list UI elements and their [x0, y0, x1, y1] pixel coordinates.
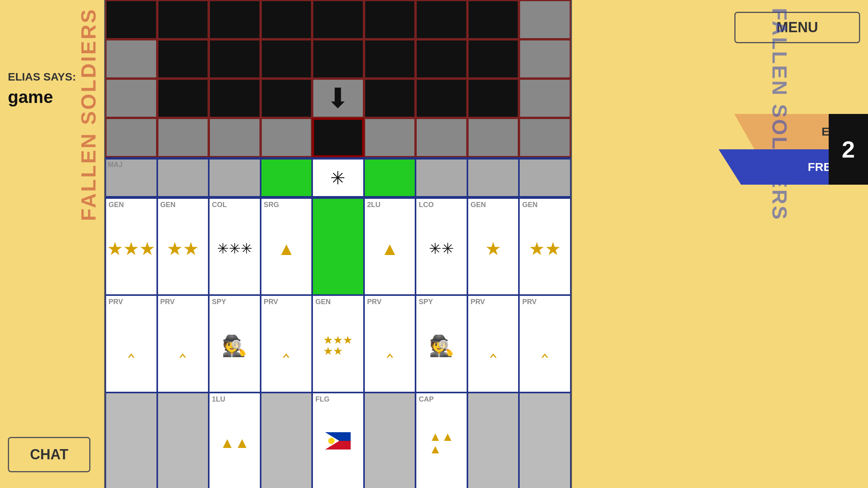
- neutral-cell-green[interactable]: [364, 159, 416, 197]
- enemy-cell: [105, 118, 157, 157]
- piece-prv1[interactable]: PRV ‸: [105, 295, 157, 392]
- enemy-cell: [312, 0, 364, 39]
- neutral-cell: [157, 159, 209, 197]
- enemy-cell: [364, 118, 416, 157]
- piece-2lu[interactable]: 2LU ▲: [364, 198, 416, 295]
- enemy-cell: [157, 39, 209, 79]
- score-number: 2: [829, 114, 868, 185]
- enemy-cell: [209, 118, 261, 157]
- neutral-cell: [519, 159, 571, 197]
- piece-gen1star[interactable]: GEN ★: [467, 198, 519, 295]
- piece-gen2star-2[interactable]: GEN ★★: [519, 198, 571, 295]
- enemy-cell: [157, 79, 209, 118]
- piece-gray3: [261, 393, 313, 488]
- right-panel: MENU ELIAS FREDDY 2 FALLEN SOLDIERS: [572, 0, 868, 488]
- fallen-soldiers-right-label: FALLEN SOLDIERS: [768, 8, 791, 221]
- piece-green[interactable]: [312, 198, 364, 295]
- fallen-soldiers-left-label: FALLEN SOLDIERS: [77, 8, 100, 221]
- piece-maj[interactable]: MAJ ✳: [312, 159, 364, 197]
- piece-srg[interactable]: SRG ▲: [261, 198, 313, 295]
- chat-button[interactable]: CHAT: [8, 437, 90, 472]
- neutral-cell: [209, 159, 261, 197]
- neutral-row: MAJ ✳: [105, 159, 571, 198]
- enemy-cell: [364, 79, 416, 118]
- enemy-zone: ⬇: [105, 0, 571, 157]
- enemy-cell: [261, 118, 313, 157]
- enemy-cell: [157, 118, 209, 157]
- enemy-cell: [105, 79, 157, 118]
- philippine-flag-icon: [325, 432, 351, 449]
- enemy-cell: [209, 79, 261, 118]
- enemy-cell: [261, 0, 313, 39]
- piece-gen2star[interactable]: GEN ★★: [157, 198, 209, 295]
- enemy-cell: [157, 0, 209, 39]
- elias-says-label: ELIAS SAYS:: [8, 71, 76, 83]
- piece-gray2: [157, 393, 209, 488]
- piece-flg[interactable]: FLG: [312, 393, 364, 488]
- piece-prv6[interactable]: PRV ‸: [519, 295, 571, 392]
- enemy-cell: [467, 0, 519, 39]
- elias-message: game: [8, 87, 76, 107]
- piece-gray5: [467, 393, 519, 488]
- enemy-cell: [209, 39, 261, 79]
- game-board: ⬇ MAJ ✳: [104, 0, 572, 488]
- enemy-cell: [519, 79, 571, 118]
- enemy-cell: [416, 118, 467, 157]
- enemy-cell: [416, 79, 467, 118]
- piece-prv3[interactable]: PRV ‸: [261, 295, 313, 392]
- enemy-cell: [364, 39, 416, 79]
- enemy-cell: [261, 79, 313, 118]
- piece-prv4[interactable]: PRV ‸: [364, 295, 416, 392]
- enemy-cell: [467, 118, 519, 157]
- down-arrow-icon: ⬇: [326, 82, 349, 114]
- menu-button[interactable]: MENU: [734, 12, 860, 43]
- piece-gray6: [519, 393, 571, 488]
- enemy-cell: [105, 39, 157, 79]
- enemy-cell: [519, 39, 571, 79]
- piece-spy1[interactable]: SPY 🕵: [209, 295, 261, 392]
- target-cell[interactable]: [312, 118, 364, 157]
- piece-gen5star[interactable]: GEN ★★★★★: [312, 295, 364, 392]
- piece-lco[interactable]: LCO ✳✳: [416, 198, 467, 295]
- neutral-cell: [467, 159, 519, 197]
- piece-1lu[interactable]: 1LU ▲▲: [209, 393, 261, 488]
- piece-gen3star[interactable]: GEN ★★★: [105, 198, 157, 295]
- enemy-cell: [467, 39, 519, 79]
- piece-prv2[interactable]: PRV ‸: [157, 295, 209, 392]
- enemy-cell: [416, 0, 467, 39]
- piece-prv5[interactable]: PRV ‸: [467, 295, 519, 392]
- enemy-cell: [209, 0, 261, 39]
- enemy-cell: [519, 118, 571, 157]
- pieces-area: GEN ★★★ GEN ★★ COL ✳✳✳ SRG ▲ 2LU ▲ L: [105, 198, 571, 488]
- piece-spy2[interactable]: SPY 🕵: [416, 295, 467, 392]
- player-zone: MAJ ✳ GEN ★★★ GEN ★★ COL ✳✳✳: [105, 157, 571, 488]
- enemy-cell: [261, 39, 313, 79]
- enemy-cell: [467, 79, 519, 118]
- left-panel: FALLEN SOLDIERS ELIAS SAYS: game CHAT: [0, 0, 104, 488]
- piece-cap[interactable]: CAP ▲▲▲: [416, 393, 467, 488]
- chat-section: ELIAS SAYS: game: [8, 71, 76, 107]
- neutral-cell-green[interactable]: [261, 159, 313, 197]
- arrow-cell: ⬇: [312, 79, 364, 118]
- enemy-cell: [312, 39, 364, 79]
- enemy-cell: [364, 0, 416, 39]
- piece-col[interactable]: COL ✳✳✳: [209, 198, 261, 295]
- enemy-cell: [105, 0, 157, 39]
- enemy-cell: [519, 0, 571, 39]
- piece-gray4: [364, 393, 416, 488]
- neutral-cell: [416, 159, 467, 197]
- enemy-cell: [416, 39, 467, 79]
- piece-gray1: [105, 393, 157, 488]
